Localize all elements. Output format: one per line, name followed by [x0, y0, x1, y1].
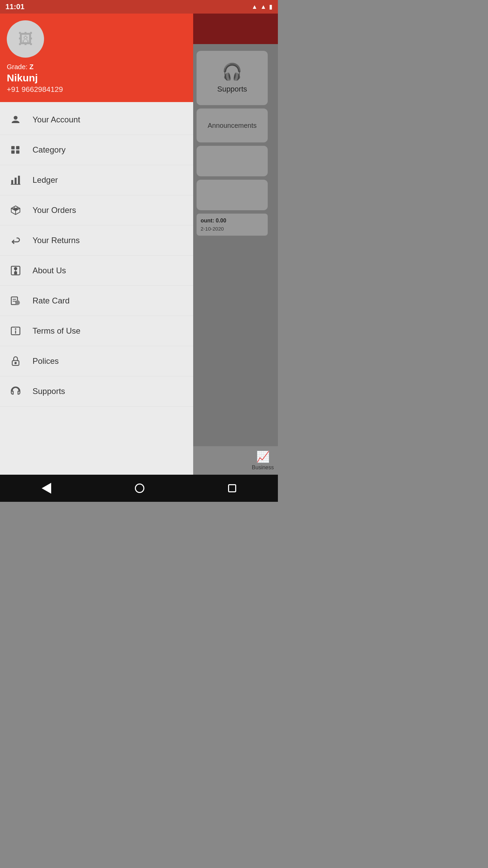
- your-account-label: Your Account: [33, 115, 80, 124]
- terms-icon: [8, 323, 23, 338]
- headset-icon: 🎧: [222, 62, 242, 81]
- empty-card-1: [197, 146, 268, 176]
- business-nav-item[interactable]: 📈 Business: [252, 450, 274, 471]
- empty-card-2: [197, 180, 268, 210]
- menu-item-your-returns[interactable]: Your Returns: [0, 225, 193, 256]
- menu-item-rate-card[interactable]: Rate Card: [0, 286, 193, 316]
- svg-rect-1: [11, 146, 15, 150]
- svg-rect-2: [11, 150, 15, 154]
- your-orders-label: Your Orders: [33, 205, 76, 215]
- signal-icon: ▲: [260, 3, 266, 11]
- announcements-card[interactable]: Announcements: [197, 108, 268, 142]
- drawer-header: 🖼 Grade: Z Nikunj +91 9662984129: [0, 0, 193, 102]
- user-phone: +91 9662984129: [7, 85, 186, 94]
- return-icon: [8, 233, 23, 248]
- grade-value: Z: [29, 63, 34, 71]
- status-time: 11:01: [5, 2, 24, 11]
- avatar[interactable]: 🖼: [7, 20, 44, 58]
- amount-text: ount: 0.00: [201, 218, 264, 224]
- wifi-icon: ▲: [251, 3, 258, 11]
- svg-rect-7: [18, 176, 20, 184]
- right-bottom-cards: ount: 0.00 2-10-2020: [197, 146, 271, 236]
- about-us-label: About Us: [33, 266, 66, 275]
- avatar-placeholder-icon: 🖼: [18, 31, 33, 47]
- category-icon: [8, 142, 23, 157]
- your-returns-label: Your Returns: [33, 236, 80, 245]
- menu-item-terms-of-use[interactable]: Terms of Use: [0, 316, 193, 346]
- category-label: Category: [33, 145, 65, 155]
- back-button[interactable]: [42, 483, 51, 494]
- supports-card-label: Supports: [217, 85, 247, 94]
- box-icon: [8, 203, 23, 218]
- bar-chart-icon: [8, 173, 23, 188]
- svg-point-19: [15, 362, 16, 364]
- ledger-label: Ledger: [33, 175, 58, 185]
- svg-rect-5: [11, 180, 13, 184]
- bottom-nav: 📈 Business: [190, 446, 278, 475]
- system-nav-bar: [0, 475, 278, 502]
- headset-menu-icon: [8, 384, 23, 399]
- drawer-menu: Your Account Category Ledg: [0, 102, 193, 502]
- polices-label: Polices: [33, 356, 59, 366]
- menu-item-ledger[interactable]: Ledger: [0, 165, 193, 195]
- status-bar: 11:01 ▲ ▲ ▮: [0, 0, 278, 14]
- user-name: Nikunj: [7, 72, 186, 84]
- supports-card[interactable]: 🎧 Supports: [197, 51, 268, 105]
- rate-card-label: Rate Card: [33, 296, 69, 305]
- menu-item-your-account[interactable]: Your Account: [0, 105, 193, 135]
- navigation-drawer: 🖼 Grade: Z Nikunj +91 9662984129 Your Ac…: [0, 0, 193, 502]
- svg-rect-4: [16, 150, 19, 154]
- supports-label: Supports: [33, 387, 65, 396]
- rate-card-icon: [8, 293, 23, 308]
- menu-item-supports[interactable]: Supports: [0, 376, 193, 407]
- amount-card: ount: 0.00 2-10-2020: [197, 214, 268, 236]
- recents-button[interactable]: [228, 484, 236, 492]
- home-button[interactable]: [135, 484, 144, 493]
- menu-item-polices[interactable]: Polices: [0, 346, 193, 376]
- grade-label: Grade: Z: [7, 63, 186, 71]
- svg-point-0: [14, 116, 17, 120]
- person-icon: [8, 112, 23, 127]
- menu-item-about-us[interactable]: About Us: [0, 256, 193, 286]
- announcements-label: Announcements: [208, 122, 257, 130]
- date-text: 2-10-2020: [201, 226, 264, 232]
- business-chart-icon: 📈: [256, 450, 270, 463]
- lock-icon: [8, 354, 23, 369]
- about-icon: [8, 263, 23, 278]
- battery-icon: ▮: [269, 3, 272, 11]
- svg-point-10: [14, 268, 17, 270]
- business-label: Business: [252, 465, 274, 471]
- menu-item-your-orders[interactable]: Your Orders: [0, 195, 193, 225]
- status-icons: ▲ ▲ ▮: [251, 3, 272, 11]
- svg-rect-3: [16, 146, 19, 150]
- menu-item-category[interactable]: Category: [0, 135, 193, 165]
- terms-of-use-label: Terms of Use: [33, 326, 80, 336]
- svg-rect-6: [15, 178, 17, 184]
- right-panel: 🎧 Supports Announcements ount: 0.00 2-10…: [190, 0, 278, 502]
